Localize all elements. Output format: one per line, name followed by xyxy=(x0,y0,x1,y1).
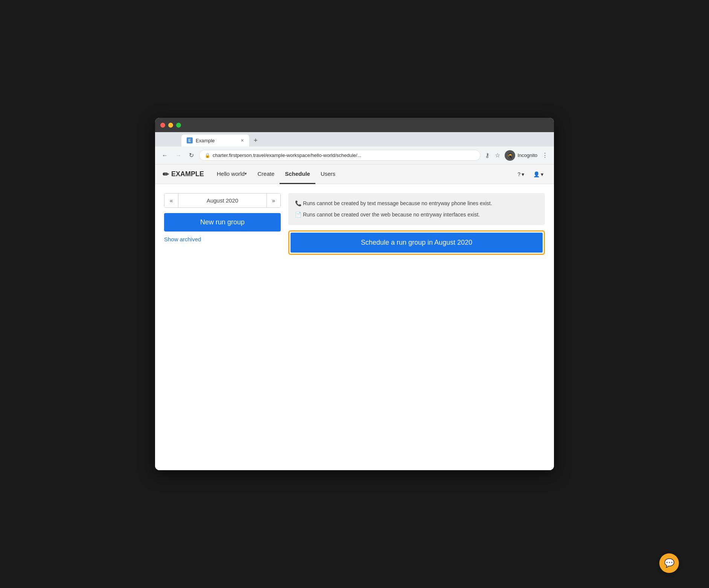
right-panel: 📞 Runs cannot be created by text message… xyxy=(288,193,545,255)
tab-close-button[interactable]: × xyxy=(241,137,244,143)
document-icon: 📄 xyxy=(295,212,303,218)
browser-window: E Example × + ← → ↻ 🔒 charter.firstperso… xyxy=(155,118,554,470)
tab-label: Example xyxy=(196,138,215,143)
nav-item-hello-world[interactable]: Hello world xyxy=(211,165,252,184)
star-icon[interactable]: ☆ xyxy=(493,150,502,160)
phone-icon: 📞 xyxy=(295,200,303,206)
maximize-window-button[interactable] xyxy=(176,123,181,128)
address-text: charter.firstperson.travel/example-works… xyxy=(213,152,361,158)
browser-tab[interactable]: E Example × xyxy=(181,134,249,146)
lock-icon: 🔒 xyxy=(205,153,210,158)
prev-month-button[interactable]: « xyxy=(164,193,178,207)
chat-icon: 💬 xyxy=(664,558,674,568)
user-menu-button[interactable]: 👤 ▾ xyxy=(530,169,546,180)
incognito-label: Incognito xyxy=(517,152,537,158)
incognito-icon: 🥷 xyxy=(505,150,515,161)
forward-button[interactable]: → xyxy=(173,151,184,160)
nav-item-create[interactable]: Create xyxy=(252,165,280,184)
info-box: 📞 Runs cannot be created by text message… xyxy=(288,193,545,225)
navbar-right: ? ▾ 👤 ▾ xyxy=(514,169,546,180)
back-button[interactable]: ← xyxy=(160,151,170,160)
close-window-button[interactable] xyxy=(160,123,165,128)
next-month-button[interactable]: » xyxy=(266,193,280,207)
os-bar xyxy=(155,118,554,132)
app-navbar: ✏ EXAMPLE Hello world Create Schedule Us… xyxy=(155,165,554,184)
reload-button[interactable]: ↻ xyxy=(187,151,196,160)
incognito-area: 🥷 Incognito xyxy=(505,150,537,161)
new-run-group-button[interactable]: New run group xyxy=(164,213,281,232)
logo-icon: ✏ xyxy=(163,170,169,179)
nav-item-schedule[interactable]: Schedule xyxy=(280,165,315,184)
nav-item-users[interactable]: Users xyxy=(315,165,341,184)
tab-favicon-icon: E xyxy=(187,137,193,143)
info-line-2: 📄 Runs cannot be created over the web be… xyxy=(295,210,538,219)
show-archived-link[interactable]: Show archived xyxy=(164,236,201,242)
main-content: « August 2020 » New run group Show archi… xyxy=(155,184,554,470)
address-input[interactable]: 🔒 charter.firstperson.travel/example-wor… xyxy=(199,150,481,161)
help-button[interactable]: ? ▾ xyxy=(514,169,527,180)
left-panel: « August 2020 » New run group Show archi… xyxy=(164,193,281,243)
info-line-1: 📞 Runs cannot be created by text message… xyxy=(295,199,538,207)
new-tab-button[interactable]: + xyxy=(249,134,262,146)
address-bar: ← → ↻ 🔒 charter.firstperson.travel/examp… xyxy=(155,146,554,165)
tab-bar: E Example × + xyxy=(155,132,554,146)
month-label: August 2020 xyxy=(178,193,266,207)
key-icon[interactable]: ⚷ xyxy=(484,150,491,160)
schedule-btn-wrapper: Schedule a run group in August 2020 xyxy=(288,230,545,255)
app-logo: ✏ EXAMPLE xyxy=(163,170,204,179)
help-dropdown-icon: ▾ xyxy=(522,171,524,177)
schedule-run-group-button[interactable]: Schedule a run group in August 2020 xyxy=(291,233,543,253)
chat-bubble-button[interactable]: 💬 xyxy=(659,553,679,573)
minimize-window-button[interactable] xyxy=(168,123,173,128)
address-actions: ⚷ ☆ xyxy=(484,150,502,160)
more-menu-button[interactable]: ⋮ xyxy=(540,150,549,160)
user-dropdown-icon: ▾ xyxy=(541,171,543,177)
month-navigator: « August 2020 » xyxy=(164,193,281,208)
logo-text: EXAMPLE xyxy=(171,170,204,178)
